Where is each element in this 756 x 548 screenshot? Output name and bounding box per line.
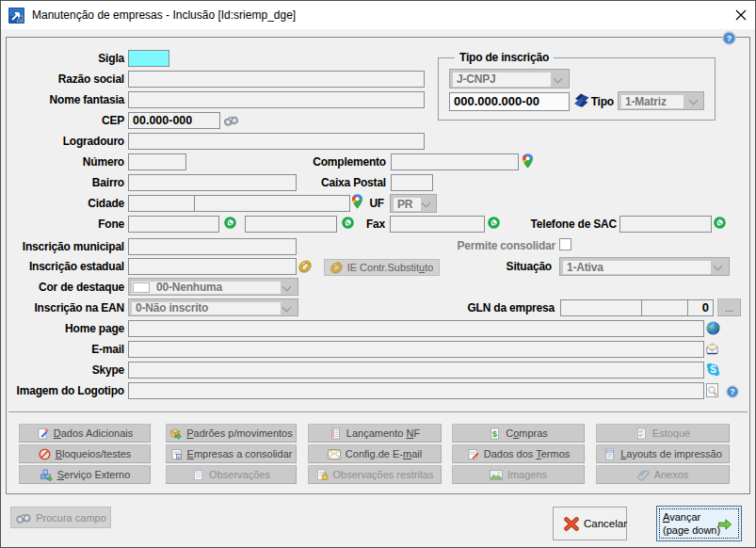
svg-text:?: ? (730, 387, 734, 396)
svg-text:?: ? (727, 34, 732, 43)
svg-text:S: S (710, 364, 716, 375)
svg-text:$: $ (492, 428, 498, 439)
